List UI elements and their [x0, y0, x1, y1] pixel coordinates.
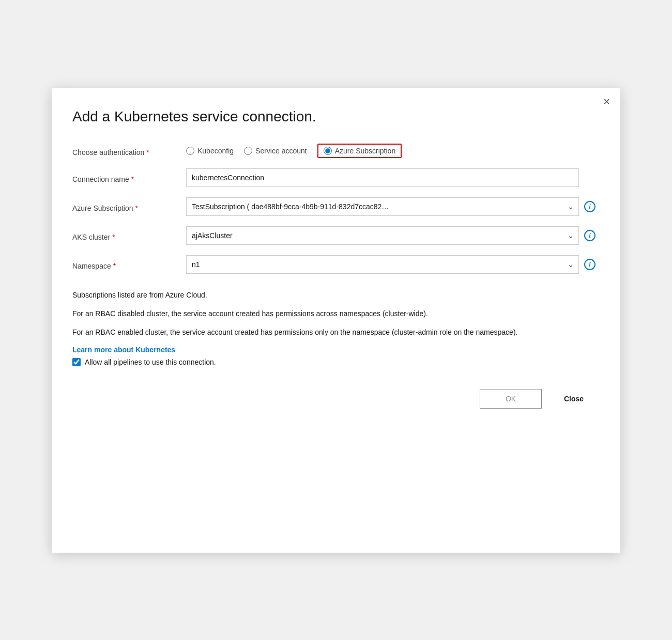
radio-azure-subscription[interactable]: Azure Subscription [317, 144, 402, 158]
allow-pipelines-label: Allow all pipelines to use this connecti… [85, 358, 216, 366]
azure-subscription-required-star: * [135, 204, 138, 212]
namespace-required-star: * [113, 262, 116, 270]
radio-kubeconfig-label: Kubeconfig [197, 147, 234, 155]
connection-name-label: Connection name * [72, 172, 186, 183]
ok-button[interactable]: OK [480, 389, 542, 409]
auth-required-star: * [146, 148, 149, 157]
aks-cluster-select[interactable]: ajAksCluster [186, 226, 579, 245]
connection-name-input[interactable] [186, 168, 579, 187]
close-icon: × [603, 95, 610, 108]
radio-kubeconfig[interactable]: Kubeconfig [186, 147, 234, 155]
form-section: Choose authentication * Kubeconfig Servi… [72, 144, 600, 284]
radio-service-account[interactable]: Service account [244, 147, 307, 155]
radio-service-account-input[interactable] [244, 147, 252, 155]
auth-radio-group: Kubeconfig Service account Azure Subscri… [186, 144, 402, 158]
auth-control-area: Kubeconfig Service account Azure Subscri… [186, 144, 600, 158]
namespace-row: Namespace * n1 ⌄ i [72, 255, 600, 274]
radio-service-account-label: Service account [255, 147, 307, 155]
aks-cluster-label: AKS cluster * [72, 230, 186, 241]
aks-cluster-row: AKS cluster * ajAksCluster ⌄ i [72, 226, 600, 245]
namespace-label: Namespace * [72, 259, 186, 270]
azure-subscription-dropdown-wrapper: TestSubscription ( dae488bf-9cca-4b9b-91… [186, 197, 579, 216]
connection-name-control [186, 168, 600, 187]
azure-subscription-label: Azure Subscription * [72, 201, 186, 212]
auth-row: Choose authentication * Kubeconfig Servi… [72, 144, 600, 158]
connection-name-row: Connection name * [72, 168, 600, 187]
namespace-control: n1 ⌄ i [186, 255, 600, 274]
namespace-info-icon[interactable]: i [584, 259, 595, 270]
azure-subscription-select[interactable]: TestSubscription ( dae488bf-9cca-4b9b-91… [186, 197, 579, 216]
info-text-line2: For an RBAC disabled cluster, the servic… [72, 308, 600, 319]
learn-more-link[interactable]: Learn more about Kubernetes [72, 346, 175, 354]
allow-pipelines-row: Allow all pipelines to use this connecti… [72, 358, 600, 366]
radio-kubeconfig-input[interactable] [186, 147, 194, 155]
auth-label: Choose authentication * [72, 145, 186, 157]
aks-cluster-control: ajAksCluster ⌄ i [186, 226, 600, 245]
namespace-select[interactable]: n1 [186, 255, 579, 274]
info-text-line1: Subscriptions listed are from Azure Clou… [72, 289, 600, 301]
radio-azure-subscription-input[interactable] [324, 147, 332, 155]
info-text-section: Subscriptions listed are from Azure Clou… [72, 289, 600, 338]
dialog-container: × Add a Kubernetes service connection. C… [52, 88, 620, 553]
aks-cluster-info-icon[interactable]: i [584, 230, 595, 241]
close-button[interactable]: Close [548, 389, 600, 409]
namespace-dropdown-wrapper: n1 ⌄ [186, 255, 579, 274]
close-icon-button[interactable]: × [603, 96, 610, 107]
radio-azure-subscription-label: Azure Subscription [335, 147, 396, 155]
azure-subscription-row: Azure Subscription * TestSubscription ( … [72, 197, 600, 216]
azure-subscription-control: TestSubscription ( dae488bf-9cca-4b9b-91… [186, 197, 600, 216]
dialog-footer: OK Close [72, 381, 600, 409]
aks-cluster-dropdown-wrapper: ajAksCluster ⌄ [186, 226, 579, 245]
aks-cluster-required-star: * [112, 233, 115, 241]
info-text-line3: For an RBAC enabled cluster, the service… [72, 326, 600, 338]
connection-name-required-star: * [131, 175, 134, 183]
allow-pipelines-checkbox[interactable] [72, 358, 81, 366]
azure-subscription-info-icon[interactable]: i [584, 201, 595, 212]
dialog-title: Add a Kubernetes service connection. [72, 108, 600, 125]
